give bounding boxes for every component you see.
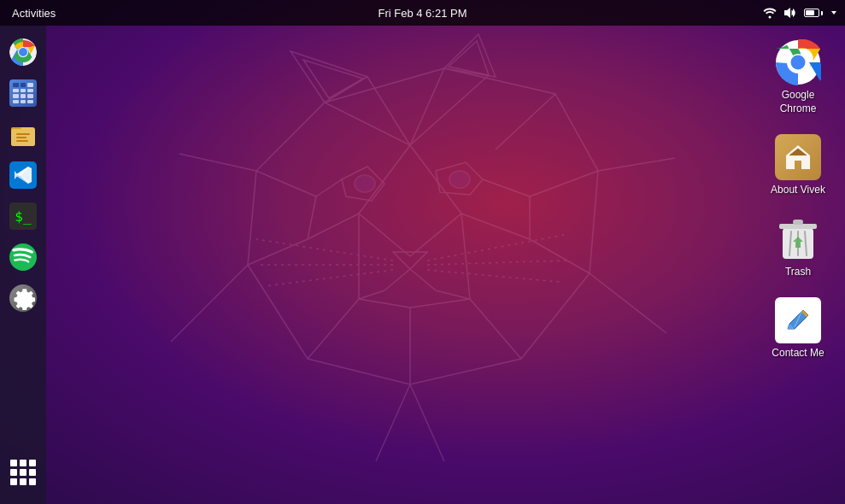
settings-dock-icon — [9, 284, 37, 312]
svg-line-50 — [376, 384, 410, 461]
svg-line-10 — [470, 299, 521, 359]
svg-line-17 — [359, 214, 410, 256]
svg-line-37 — [410, 299, 470, 308]
vivek-desktop-icon-img — [775, 134, 821, 180]
svg-rect-64 — [16, 140, 28, 142]
svg-point-58 — [19, 48, 27, 56]
desktop-icon-about-vivek[interactable]: About Vivek — [760, 129, 836, 202]
svg-line-51 — [410, 384, 444, 461]
svg-marker-19 — [393, 252, 427, 269]
svg-line-39 — [461, 214, 470, 299]
svg-line-46 — [171, 265, 248, 342]
svg-line-33 — [308, 196, 316, 239]
svg-line-6 — [410, 68, 444, 145]
svg-line-20 — [384, 269, 410, 290]
chrome-dock-icon — [9, 38, 37, 66]
topbar-right — [763, 7, 838, 19]
svg-line-31 — [427, 270, 560, 282]
svg-line-32 — [316, 179, 342, 196]
svg-line-9 — [530, 239, 590, 273]
contact-svg — [783, 305, 813, 336]
activities-button[interactable]: Activities — [7, 7, 61, 20]
apps-grid-icon — [10, 460, 36, 485]
dock: $_ — [0, 26, 46, 504]
topbar-datetime: Fri Feb 4 6:21 PM — [378, 7, 467, 20]
desktop-icon-trash[interactable]: Trash — [760, 211, 836, 284]
dock-item-spotify[interactable] — [5, 239, 41, 275]
svg-rect-71 — [793, 220, 803, 225]
files-dock-icon — [9, 120, 37, 148]
terminal-dock-icon: $_ — [9, 202, 37, 230]
desktop-icons-area: Google Chrome About Vivek — [760, 34, 836, 366]
show-applications-button[interactable] — [5, 454, 41, 490]
svg-rect-62 — [16, 133, 30, 135]
svg-line-21 — [410, 269, 436, 290]
svg-line-7 — [496, 94, 555, 149]
desktop: Activities Fri Feb 4 6:21 PM — [0, 0, 845, 504]
svg-line-36 — [359, 299, 410, 308]
chrome-desktop-icon-img — [775, 39, 821, 85]
vscode-dock-icon — [9, 161, 37, 189]
svg-line-40 — [359, 290, 384, 299]
topbar-left: Activities — [7, 7, 61, 20]
svg-line-18 — [410, 214, 461, 256]
battery-fill — [806, 10, 814, 15]
svg-line-41 — [436, 290, 470, 299]
svg-line-47 — [179, 154, 256, 171]
dock-item-vscode[interactable] — [5, 157, 41, 193]
dock-item-settings[interactable] — [5, 280, 41, 316]
svg-line-43 — [461, 214, 530, 239]
trash-svg — [779, 218, 817, 261]
svg-line-28 — [265, 270, 393, 286]
contact-desktop-icon-img — [775, 297, 821, 343]
dock-item-calculator[interactable] — [5, 75, 41, 111]
chrome-desktop-label: Google Chrome — [765, 89, 831, 115]
system-menu-arrow[interactable] — [830, 9, 838, 17]
chrome-desktop-svg — [775, 39, 821, 85]
topbar: Activities Fri Feb 4 6:21 PM — [0, 0, 845, 26]
contact-desktop-label: Contact Me — [772, 347, 824, 360]
contact-icon — [775, 297, 821, 343]
battery-icon[interactable] — [804, 9, 823, 17]
dock-item-terminal[interactable]: $_ — [5, 198, 41, 234]
desktop-icon-contact-me[interactable]: Contact Me — [760, 292, 836, 366]
svg-point-23 — [355, 175, 375, 192]
dock-item-files[interactable] — [5, 116, 41, 152]
svg-rect-63 — [16, 137, 26, 138]
calculator-dock-icon — [9, 79, 37, 107]
trash-desktop-icon-img — [775, 216, 821, 262]
svg-line-49 — [590, 273, 666, 333]
svg-point-68 — [791, 56, 806, 70]
volume-icon[interactable] — [783, 7, 797, 19]
battery-body — [804, 9, 819, 17]
home-svg — [783, 142, 813, 173]
svg-point-25 — [449, 171, 470, 188]
svg-line-30 — [427, 261, 568, 265]
svg-line-12 — [308, 299, 359, 359]
spotify-dock-icon — [9, 243, 37, 271]
svg-line-45 — [410, 75, 489, 145]
battery-tip — [821, 11, 823, 15]
trash-icon — [775, 216, 821, 262]
wifi-icon[interactable] — [763, 7, 777, 19]
dock-item-chrome[interactable] — [5, 34, 41, 70]
svg-line-42 — [308, 214, 359, 239]
desktop-icon-chrome[interactable]: Google Chrome — [760, 34, 836, 120]
vivek-desktop-label: About Vivek — [771, 184, 825, 197]
cat-background-art — [0, 0, 845, 504]
svg-line-48 — [598, 158, 675, 171]
trash-desktop-label: Trash — [785, 266, 811, 279]
svg-line-26 — [256, 239, 393, 261]
svg-line-34 — [483, 179, 530, 196]
vivek-home-icon — [775, 134, 821, 180]
svg-line-8 — [530, 171, 598, 196]
svg-line-14 — [256, 171, 316, 196]
